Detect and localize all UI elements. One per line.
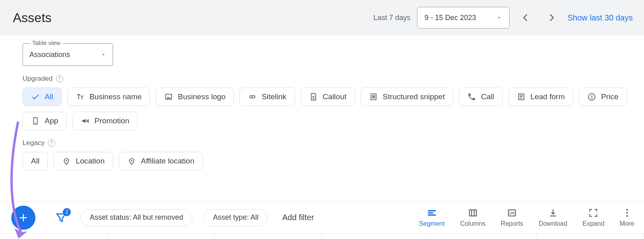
chip-label: Call [481,92,494,101]
chip-label: App [45,116,58,125]
legacy-chip-all[interactable]: All [23,152,48,170]
chip-label: Lead form [530,92,565,101]
toolbar: 2 Asset status: All but removed Asset ty… [0,201,644,233]
toolbar-more-button[interactable]: More [620,208,634,227]
add-asset-fab[interactable] [11,206,35,230]
next-period-button[interactable] [542,8,561,27]
filter-pill-status[interactable]: Asset status: All but removed [80,209,192,226]
toolbar-expand-button[interactable]: Expand [582,208,604,227]
promo-icon [81,116,90,125]
form-icon [517,92,526,101]
upgraded-chip-sitelink[interactable]: Sitelink [239,88,295,106]
show-last-30-days-link[interactable]: Show last 30 days [568,13,633,22]
doc-icon [309,92,318,101]
chip-label: Business logo [178,92,225,101]
reports-icon [507,208,517,218]
upgraded-chip-structured-snippet[interactable]: Structured snippet [361,88,453,106]
toolbar-actions: SegmentColumnsReportsDownloadExpandMore [419,208,634,227]
table-header-stub [0,233,644,239]
svg-point-8 [626,209,628,210]
svg-point-5 [131,160,132,161]
date-range-picker[interactable]: 9 - 15 Dec 2023 [417,7,510,29]
text-icon [76,92,85,101]
chip-label: Price [601,92,618,101]
filter-button[interactable]: 2 [53,210,69,226]
chip-label: All [45,92,53,101]
main-panel: Table view Associations Upgraded ? AllBu… [0,35,644,239]
upgraded-section-label: Upgraded ? [23,75,633,83]
date-range-label: Last 7 days [374,14,411,22]
upgraded-chip-business-logo[interactable]: Business logo [156,88,234,106]
chip-label: All [31,157,39,165]
app-icon [31,116,40,125]
more-icon [622,208,632,218]
svg-rect-6 [469,210,476,216]
toolbar-segment-button[interactable]: Segment [419,208,445,227]
table-view-value: Associations [29,51,70,59]
table-view-select[interactable]: Associations [23,43,113,66]
toolbar-action-label: Reports [501,220,523,227]
legacy-chip-location[interactable]: Location [54,152,113,170]
phone-icon [467,92,476,101]
chevron-right-icon [546,12,557,23]
toolbar-columns-button[interactable]: Columns [460,208,485,227]
link-icon [248,92,257,101]
toolbar-action-label: Segment [419,220,445,227]
svg-text:$: $ [590,95,593,99]
image-icon [164,92,173,101]
toolbar-reports-button[interactable]: Reports [501,208,523,227]
chip-label: Promotion [95,116,130,125]
upgraded-chip-lead-form[interactable]: Lead form [508,88,574,106]
legacy-text: Legacy [23,139,45,147]
chip-label: Location [76,157,105,165]
legacy-chip-row: AllLocationAffiliate location [23,152,633,170]
price-icon: $ [587,92,596,101]
upgraded-chip-business-name[interactable]: Business name [67,88,150,106]
chip-label: Sitelink [262,92,286,101]
svg-point-9 [626,212,628,213]
chip-label: Business name [89,92,142,101]
header-bar: Assets Last 7 days 9 - 15 Dec 2023 Show … [0,0,644,35]
toolbar-action-label: Expand [582,220,604,227]
caret-down-icon [496,15,502,20]
svg-point-4 [66,160,67,161]
columns-icon [468,208,478,218]
segment-icon [427,208,437,218]
help-icon[interactable]: ? [48,139,55,147]
caret-down-icon [101,52,106,57]
header-right: Last 7 days 9 - 15 Dec 2023 Show last 30… [374,7,633,29]
chip-label: Affiliate location [141,157,194,165]
date-range-value: 9 - 15 Dec 2023 [425,14,476,22]
legacy-section-label: Legacy ? [23,139,633,147]
list-icon [369,92,378,101]
pin-icon [127,157,136,165]
toolbar-action-label: Columns [460,220,485,227]
filter-pill-type[interactable]: Asset type: All [204,209,268,226]
help-icon[interactable]: ? [56,75,63,82]
table-view-legend: Table view [30,39,63,46]
upgraded-text: Upgraded [23,75,53,83]
toolbar-download-button[interactable]: Download [539,208,567,227]
upgraded-chip-callout[interactable]: Callout [301,88,355,106]
download-icon [548,208,558,218]
upgraded-chip-row: AllBusiness nameBusiness logoSitelinkCal… [23,88,633,130]
prev-period-button[interactable] [516,8,535,27]
chevron-left-icon [520,12,531,23]
plus-icon [17,212,29,224]
svg-point-10 [626,215,628,217]
upgraded-chip-app[interactable]: App [23,112,67,130]
pin-icon [62,157,71,165]
expand-icon [588,208,599,218]
legacy-chip-affiliate-location[interactable]: Affiliate location [119,152,203,170]
add-filter-button[interactable]: Add filter [282,213,314,222]
filter-count-badge: 2 [63,208,71,216]
upgraded-chip-call[interactable]: Call [459,88,503,106]
check-icon [31,92,40,101]
svg-point-3 [35,123,36,124]
upgraded-chip-promotion[interactable]: Promotion [72,112,138,130]
chip-label: Callout [323,92,347,101]
toolbar-action-label: Download [539,220,567,227]
upgraded-chip-all[interactable]: All [23,88,62,106]
toolbar-action-label: More [620,220,634,227]
upgraded-chip-price[interactable]: $Price [579,88,627,106]
